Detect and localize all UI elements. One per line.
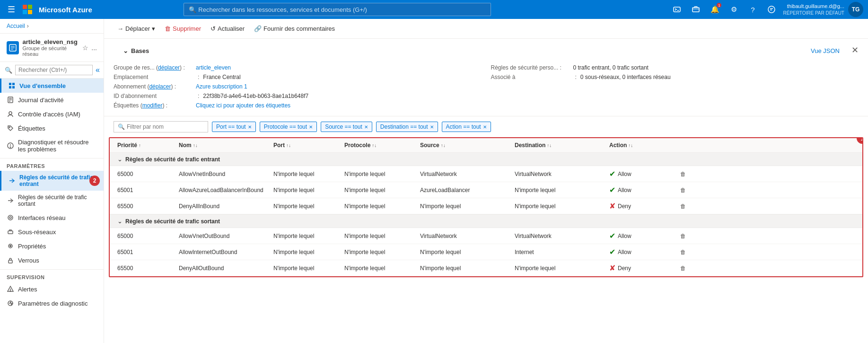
tags-add-link[interactable]: Cliquez ici pour ajouter des étiquettes: [196, 102, 290, 109]
source-filter-close-icon[interactable]: ✕: [364, 124, 368, 130]
sidebar-item-diagnose[interactable]: Diagnostiquer et résoudre les problèmes: [0, 135, 104, 156]
user-info[interactable]: thibault.guillaume.d@g... RÉPERTOIRE PAR…: [783, 3, 844, 16]
protocol-filter-close-icon[interactable]: ✕: [309, 124, 313, 130]
sidebar-item-network-interfaces[interactable]: Interfaces réseau: [0, 211, 104, 225]
refresh-button[interactable]: ↺ Actualiser: [207, 23, 248, 35]
destination-filter-close-icon[interactable]: ✕: [430, 124, 434, 130]
basics-tags-edit-link[interactable]: modifier: [142, 102, 163, 109]
delete-button[interactable]: 🗑 Supprimer: [161, 23, 205, 35]
td-priority: 65001: [114, 184, 176, 197]
global-search-input[interactable]: [198, 6, 486, 13]
global-search[interactable]: 🔍: [184, 3, 491, 16]
td-delete[interactable]: 🗑: [677, 200, 696, 213]
filter-search-box[interactable]: 🔍: [114, 121, 208, 132]
th-port[interactable]: Port ↑↓: [271, 138, 342, 152]
th-priority[interactable]: Priorité ↑: [114, 138, 176, 152]
inbound-section-collapse-icon[interactable]: ⌄: [117, 156, 123, 163]
settings-icon[interactable]: ⚙: [726, 2, 741, 17]
more-options-icon[interactable]: ...: [91, 44, 97, 52]
th-name[interactable]: Nom ↑↓: [176, 138, 271, 152]
notification-icon[interactable]: 🔔 1: [707, 2, 722, 17]
outbound-section-collapse-icon[interactable]: ⌄: [117, 218, 123, 225]
source-filter-tag[interactable]: Source == tout ✕: [321, 122, 372, 132]
basics-subid-value: 22f38b7d-a4e6-41eb-b063-8ae1a1b648f7: [203, 93, 308, 99]
sidebar-item-inbound[interactable]: Règles de sécurité de trafic entrant: [0, 171, 104, 191]
td-protocol: N'importe lequel: [342, 229, 417, 243]
sidebar-item-tags[interactable]: Étiquettes: [0, 121, 104, 135]
sidebar-collapse-btn[interactable]: «: [96, 66, 100, 74]
td-delete[interactable]: 🗑: [677, 229, 696, 243]
annotation-badge-2: 2: [89, 176, 100, 186]
table-row[interactable]: 65500 DenyAllOutBound N'importe lequel N…: [110, 260, 862, 276]
subscription-link[interactable]: Azure subscription 1: [196, 83, 247, 90]
sidebar-search-icon: 🔍: [5, 67, 12, 74]
basics-section: ⌄ Bases Vue JSON Groupe de res... (dépla…: [104, 39, 868, 116]
help-icon[interactable]: ?: [745, 2, 760, 17]
table-row[interactable]: 65001 AllowInternetOutBound N'importe le…: [110, 244, 862, 260]
svg-point-24: [8, 215, 13, 220]
td-port: N'importe lequel: [271, 200, 342, 213]
table-row[interactable]: 65500 DenyAllInBound N'importe lequel N'…: [110, 198, 862, 214]
sidebar-item-iam[interactable]: Contrôle d'accès (IAM): [0, 107, 104, 121]
svg-point-31: [10, 290, 11, 291]
td-delete[interactable]: 🗑: [677, 167, 696, 181]
table-row[interactable]: 65001 AllowAzureLoadBalancerInBound N'im…: [110, 182, 862, 198]
action-filter-tag[interactable]: Action == tout ✕: [442, 122, 491, 132]
resource-type: Groupe de sécurité réseau: [23, 45, 79, 57]
sidebar-item-outbound[interactable]: Règles de sécurité de trafic sortant: [0, 191, 104, 211]
basics-sub-move-link[interactable]: déplacer: [149, 83, 171, 90]
port-filter-tag[interactable]: Port == tout ✕: [212, 122, 256, 132]
cloud-shell-icon[interactable]: [669, 2, 684, 17]
th-protocol[interactable]: Protocole ↑↓: [342, 138, 417, 152]
sidebar-item-activity-label: Journal d'activité: [18, 97, 63, 104]
sidebar-item-activity-log[interactable]: Journal d'activité: [0, 93, 104, 107]
basics-grid: Groupe de res... (déplacer) : article_el…: [114, 63, 859, 110]
move-button[interactable]: → Déplacer ▾: [114, 23, 159, 35]
directory-icon[interactable]: [688, 2, 703, 17]
feedback-icon[interactable]: [764, 2, 779, 17]
basics-collapse-icon[interactable]: ⌄: [123, 47, 128, 54]
destination-sort-icon: ↑↓: [547, 143, 552, 148]
table-row[interactable]: 65000 AllowVnetOutBound N'importe lequel…: [110, 228, 862, 244]
td-protocol: N'importe lequel: [342, 167, 417, 181]
td-delete[interactable]: 🗑: [677, 184, 696, 197]
hamburger-icon[interactable]: ☰: [5, 2, 18, 17]
protocol-filter-tag[interactable]: Protocole == tout ✕: [260, 122, 317, 132]
sidebar-item-overview[interactable]: Vue d'ensemble: [0, 79, 104, 93]
table-row[interactable]: 65000 AllowVnetInBound N'importe lequel …: [110, 166, 862, 182]
basics-group-move-link[interactable]: déplacer: [158, 64, 180, 71]
properties-icon: [7, 242, 14, 250]
td-destination: N'importe lequel: [512, 262, 606, 275]
port-filter-close-icon[interactable]: ✕: [248, 124, 252, 130]
sidebar-item-diag-params[interactable]: Paramètres de diagnostic: [0, 296, 104, 310]
th-delete: [677, 141, 696, 149]
td-action: ✘ Deny: [606, 198, 677, 214]
svg-point-28: [10, 246, 11, 247]
article-eleven-link[interactable]: article_eleven: [196, 64, 231, 71]
pin-icon[interactable]: ☆: [82, 44, 88, 52]
avatar[interactable]: TG: [848, 2, 863, 17]
sidebar-item-alerts[interactable]: Alertes: [0, 282, 104, 296]
user-directory: RÉPERTOIRE PAR DÉFAUT: [783, 10, 844, 16]
sidebar-item-subnets[interactable]: Sous-réseaux: [0, 225, 104, 239]
td-delete[interactable]: 🗑: [677, 246, 696, 259]
filter-search-input[interactable]: [127, 123, 204, 130]
action-filter-close-icon[interactable]: ✕: [483, 124, 487, 130]
th-source[interactable]: Source ↑↓: [417, 138, 512, 152]
breadcrumb-home[interactable]: Accueil: [7, 23, 25, 29]
diag-icon: [7, 299, 14, 307]
destination-filter-label: Destination == tout: [380, 123, 428, 130]
svg-rect-0: [23, 5, 27, 9]
th-destination[interactable]: Destination ↑↓: [512, 138, 606, 152]
td-action: ✔ Allow: [606, 244, 677, 260]
destination-filter-tag[interactable]: Destination == tout ✕: [376, 122, 438, 132]
td-delete[interactable]: 🗑: [677, 262, 696, 275]
close-button[interactable]: ✕: [851, 45, 859, 55]
sidebar-item-locks[interactable]: Verrous: [0, 253, 104, 267]
th-action[interactable]: Action ↑↓: [606, 138, 677, 152]
sidebar-item-locks-label: Verrous: [18, 257, 39, 264]
sidebar-item-properties[interactable]: Propriétés: [0, 239, 104, 253]
sidebar-search-input[interactable]: [15, 65, 93, 75]
feedback-button[interactable]: 🔗 Fournir des commentaires: [250, 23, 339, 35]
refresh-label: Actualiser: [218, 25, 245, 32]
